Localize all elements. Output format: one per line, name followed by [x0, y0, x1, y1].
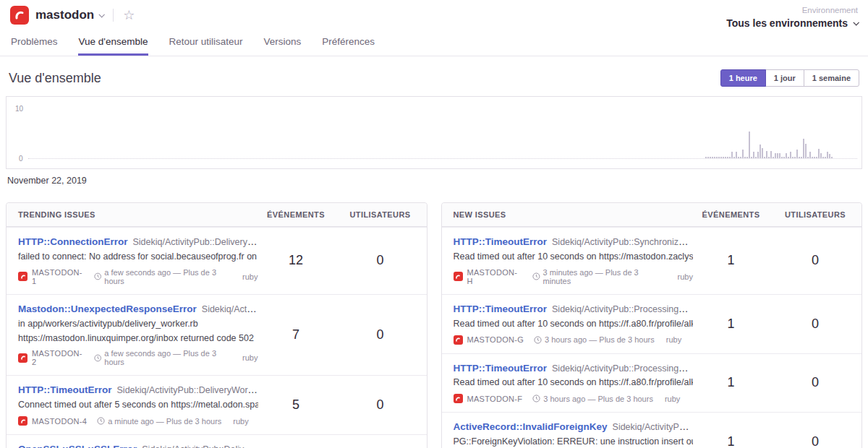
issue-user-count: 0 [334, 327, 427, 343]
issue-row: Mastodon::UnexpectedResponseErrorSidekiq… [7, 294, 427, 376]
issue-title-link[interactable]: Mastodon::UnexpectedResponseError [18, 303, 197, 314]
time-range-1-semaine[interactable]: 1 semaine [804, 69, 859, 87]
mastodon-project-icon [18, 272, 27, 281]
issue-title-link[interactable]: HTTP::TimeoutError [454, 236, 548, 247]
issue-message: Connect timed out after 5 seconds on htt… [18, 399, 258, 411]
issue-user-count: 0 [769, 253, 861, 268]
issue-message: PG::ForeignKeyViolation: ERREUR: une ins… [454, 436, 694, 448]
issue-short-id: MASTODON-4 [32, 417, 87, 426]
issue-user-count: 0 [769, 316, 861, 332]
clock-icon [94, 272, 101, 280]
issue-row: OpenSSL::SSL::SSLErrorSidekiq/ActivityPu… [7, 434, 427, 448]
issue-row: HTTP::TimeoutErrorSidekiq/ActivityPub::P… [442, 294, 862, 353]
tab-versions[interactable]: Versions [263, 30, 302, 56]
tab-preferences[interactable]: Préférences [321, 30, 375, 56]
clock-icon [532, 395, 540, 402]
issue-language: ruby [242, 272, 258, 281]
panel-header: NEW ISSUES ÉVÉNEMENTS UTILISATEURS [442, 203, 862, 227]
issue-language: ruby [242, 353, 258, 362]
issue-user-count: 0 [334, 397, 427, 413]
time-range-group: 1 heure 1 jour 1 semaine [720, 69, 859, 87]
environment-value: Tous les environnements [726, 17, 848, 29]
tab-problemes[interactable]: Problèmes [10, 30, 59, 56]
y-axis-tick-10: 10 [15, 105, 23, 113]
project-name[interactable]: mastodon [35, 8, 94, 22]
issue-event-count: 7 [258, 327, 334, 343]
top-bar: mastodon ☆ Environnement Tous les enviro… [0, 0, 868, 29]
chart-date-label: November 22, 2019 [0, 169, 868, 197]
clock-icon [532, 272, 540, 280]
issue-language: ruby [678, 272, 693, 281]
events-chart: 10 0 [6, 96, 862, 169]
tab-retour-utilisateur[interactable]: Retour utilisateur [168, 30, 243, 56]
time-range-1-heure[interactable]: 1 heure [720, 69, 766, 87]
issue-message-2: https://mastodon.linuxquimper.org/inbox … [18, 332, 258, 345]
issue-time-info: 3 hours ago — Plus de 3 hours [543, 395, 653, 403]
issue-title-link[interactable]: HTTP::TimeoutError [454, 363, 548, 374]
events-column-header: ÉVÉNEMENTS [693, 210, 769, 219]
environment-chevron-down-icon [853, 20, 859, 25]
project-nav-tabs: Problèmes Vue d'ensemble Retour utilisat… [0, 30, 868, 56]
issue-time-info: 3 minutes ago — Plus de 3 minutes [543, 268, 666, 285]
issue-message: failed to connect: No address for social… [18, 251, 258, 263]
issue-title-link[interactable]: OpenSSL::SSL::SSLError [18, 444, 137, 448]
clock-icon [94, 354, 101, 362]
clock-icon [97, 417, 105, 425]
trending-issues-panel: TRENDING ISSUES ÉVÉNEMENTS UTILISATEURS … [6, 202, 427, 448]
issue-event-count: 5 [258, 397, 334, 413]
issue-user-count: 0 [334, 253, 427, 268]
environment-selector[interactable]: Tous les environnements [726, 17, 858, 29]
chart-baseline [28, 158, 857, 159]
users-column-header: UTILISATEURS [334, 210, 427, 219]
issue-message: Read timed out after 10 seconds on https… [454, 251, 694, 263]
issue-user-count: 0 [769, 434, 861, 448]
issue-time-info: 3 hours ago — Plus de 3 hours [545, 335, 655, 344]
panel-title: NEW ISSUES [442, 210, 694, 219]
issue-short-id: MASTODON-1 [32, 268, 84, 285]
issue-time-info: a few seconds ago — Plus de 3 hours [104, 268, 231, 285]
issue-title-link[interactable]: HTTP::ConnectionError [18, 236, 128, 247]
issue-time-info: a few seconds ago — Plus de 3 hours [104, 349, 231, 366]
issue-language: ruby [666, 335, 681, 344]
issue-event-count: 1 [693, 434, 769, 448]
issue-user-count: 0 [769, 375, 861, 390]
issue-short-id: MASTODON-F [467, 395, 523, 403]
environment-label: Environnement [726, 6, 858, 14]
issue-culprit: Sidekiq/ActivityPub::SynchronizeFeatured… [552, 237, 693, 247]
issue-culprit: Sidekiq/ActivityPub::ProcessingWorker [552, 363, 693, 374]
issue-row: HTTP::ConnectionErrorSidekiq/ActivityPub… [7, 227, 427, 294]
issue-short-id: MASTODON-G [467, 335, 524, 344]
new-issues-panel: NEW ISSUES ÉVÉNEMENTS UTILISATEURS HTTP:… [441, 202, 863, 448]
issue-event-count: 12 [258, 253, 334, 268]
clock-icon [534, 336, 542, 344]
page-title: Vue d'ensemble [9, 71, 101, 86]
issue-language: ruby [665, 395, 680, 403]
panel-title: TRENDING ISSUES [7, 210, 258, 219]
issue-culprit: Sidekiq/ActivityPub::Delivery… [202, 304, 258, 314]
issue-title-link[interactable]: HTTP::TimeoutError [18, 384, 112, 395]
time-range-1-jour[interactable]: 1 jour [765, 69, 804, 87]
issue-row: ActiveRecord::InvalidForeignKeySidekiq/A… [442, 412, 862, 448]
issue-row: HTTP::TimeoutErrorSidekiq/ActivityPub::D… [7, 375, 427, 434]
issue-short-id: MASTODON-2 [32, 349, 84, 366]
mastodon-logo-icon [10, 6, 29, 25]
tab-vue-densemble[interactable]: Vue d'ensemble [78, 30, 149, 56]
issue-title-link[interactable]: ActiveRecord::InvalidForeignKey [454, 421, 608, 432]
issue-row: HTTP::TimeoutErrorSidekiq/ActivityPub::P… [442, 353, 862, 413]
header-divider [113, 9, 114, 22]
issue-message: Read timed out after 10 seconds on https… [454, 318, 694, 330]
mastodon-project-icon [454, 394, 463, 403]
project-chevron-down-icon[interactable] [99, 12, 105, 17]
mastodon-project-icon [18, 416, 27, 426]
chart-bars [705, 132, 833, 158]
issue-time-info: a minute ago — Plus de 3 hours [108, 417, 221, 426]
issue-event-count: 1 [693, 316, 769, 332]
bookmark-star-icon[interactable]: ☆ [123, 9, 135, 22]
issue-short-id: MASTODON-H [467, 268, 522, 285]
mastodon-project-icon [454, 272, 463, 281]
issue-title-link[interactable]: HTTP::TimeoutError [454, 303, 548, 314]
issue-culprit: Sidekiq/ActivityPub::ProcessingWork… [613, 422, 693, 432]
issue-culprit: Sidekiq/ActivityPub::DeliveryWorker [142, 444, 258, 448]
issue-event-count: 1 [693, 375, 769, 390]
issue-culprit: Sidekiq/ActivityPub::ProcessingWorker [552, 304, 693, 314]
